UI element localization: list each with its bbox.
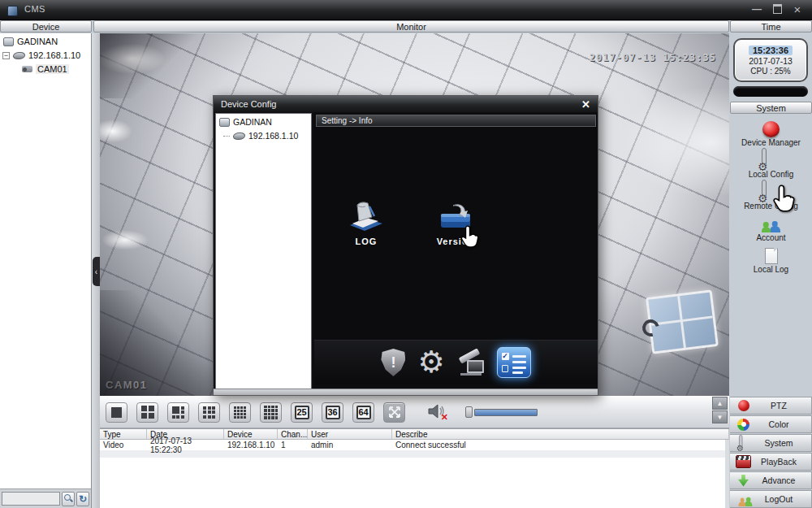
dialog-close-button[interactable]: ✕ xyxy=(581,99,590,110)
device-config-dialog: Device Config ✕ GADINAN 192.168.1.10 Set… xyxy=(213,95,598,396)
grid-1-icon xyxy=(111,407,122,418)
device-manager-icon xyxy=(762,121,780,137)
col-type: Type xyxy=(100,429,147,440)
dialog-tree-device[interactable]: 192.168.1.10 xyxy=(223,130,311,141)
tree-item-camera[interactable]: CAM01 xyxy=(0,63,91,75)
scroll-down-button[interactable]: ▼ xyxy=(712,410,728,423)
grid-9-icon xyxy=(203,406,215,419)
cell-channel: 1 xyxy=(278,440,308,450)
clock-value: 15:23:36 xyxy=(749,46,793,55)
toolbar-scrollers: ▲ ▼ xyxy=(712,397,728,423)
view-4-button[interactable] xyxy=(136,402,158,423)
view-64-button[interactable]: 64 xyxy=(352,402,374,423)
view-9-button[interactable] xyxy=(198,402,220,423)
ptz-dome-icon xyxy=(736,398,751,413)
tree-footer: ↻ xyxy=(0,488,91,508)
grid-13-icon xyxy=(234,406,246,419)
collapse-minus-icon[interactable]: − xyxy=(2,52,10,59)
volume-track[interactable] xyxy=(474,409,538,416)
cms-window: CMS — × Device Monitor Time GADINAN − 19… xyxy=(0,0,812,508)
col-device: Device xyxy=(224,429,278,440)
system-item-account[interactable]: Account xyxy=(756,212,785,242)
system-item-device-manager[interactable]: Device Manager xyxy=(741,117,801,147)
volume-thumb[interactable] xyxy=(465,406,473,418)
group-icon xyxy=(3,37,14,46)
system-item-local-config[interactable]: ⚙ Local Config xyxy=(749,149,794,179)
search-button[interactable] xyxy=(62,492,75,506)
grid-4-icon xyxy=(141,406,154,419)
time-display: 15:23:36 2017-07-13 CPU : 25% xyxy=(733,38,808,82)
tab-settings gear-icon[interactable]: ⚙ xyxy=(417,348,444,377)
tab-info info-list-icon[interactable]: ✓ xyxy=(497,347,531,378)
document-icon xyxy=(765,248,778,264)
status-pill xyxy=(733,86,808,97)
view-25-button[interactable]: 25 xyxy=(291,402,313,423)
tree-item-device[interactable]: − 192.168.1.10 xyxy=(0,50,91,61)
view-13-button[interactable] xyxy=(229,402,251,423)
col-describe: Describe xyxy=(392,429,729,440)
close-button[interactable]: × xyxy=(789,2,806,15)
tree-item-group[interactable]: GADINAN xyxy=(0,36,91,47)
maximize-button[interactable] xyxy=(769,2,785,15)
date-value: 2017-07-13 xyxy=(749,56,793,66)
action-playback[interactable]: PlayBack xyxy=(730,453,812,471)
log-shortcut[interactable]: LOG xyxy=(340,199,392,246)
dialog-titlebar[interactable]: Device Config ✕ xyxy=(214,96,598,112)
tree-connector xyxy=(223,136,230,137)
dialog-title: Device Config xyxy=(221,99,276,109)
action-ptz[interactable]: PTZ xyxy=(730,397,812,415)
grid-6-icon xyxy=(172,406,184,419)
table-row[interactable]: Video 2017-07-13 15:22:30 192.168.1.10 1… xyxy=(100,440,729,450)
system-item-local-log[interactable]: Local Log xyxy=(754,244,788,274)
view-36-button[interactable]: 36 xyxy=(322,402,343,423)
view-6-button[interactable] xyxy=(167,402,189,423)
cell-device: 192.168.1.10 xyxy=(224,440,278,450)
system-section-header: System xyxy=(730,102,812,114)
dialog-bottom-strip xyxy=(214,389,598,395)
mute-x-icon: ✕ xyxy=(441,412,448,423)
cell-type: Video xyxy=(100,440,147,450)
view-16-button[interactable] xyxy=(260,402,282,423)
tab-security shield-alert-icon[interactable]: ! xyxy=(381,349,405,376)
search-icon xyxy=(64,494,73,503)
col-channel: Chan... xyxy=(278,429,308,440)
dialog-tabbar: ! ⚙ ✓ xyxy=(314,340,598,384)
action-color[interactable]: Color xyxy=(730,415,812,433)
users-icon xyxy=(760,215,782,232)
view-25-label: 25 xyxy=(295,406,309,419)
fullscreen-icon xyxy=(388,406,401,419)
view-1-button[interactable] xyxy=(106,402,127,423)
collapse-panel-tab[interactable]: ‹ xyxy=(93,257,100,286)
window-titlebar[interactable]: CMS — × xyxy=(0,0,812,20)
volume-slider[interactable] xyxy=(465,406,538,418)
tree-device-label: 192.168.1.10 xyxy=(28,50,80,60)
table-scrollbar[interactable] xyxy=(725,440,729,508)
device-search-input[interactable] xyxy=(2,492,60,506)
monitor-gear-icon: ⚙ xyxy=(736,436,751,450)
refresh-button[interactable]: ↻ xyxy=(76,492,89,506)
device-panel-header: Device xyxy=(0,20,92,33)
group-icon xyxy=(219,118,230,127)
right-panel: 15:23:36 2017-07-13 CPU : 25% System Dev… xyxy=(730,33,812,508)
window-title: CMS xyxy=(24,4,45,14)
fullscreen-button[interactable] xyxy=(383,402,405,423)
monitor-panel-header: Monitor xyxy=(93,20,729,33)
minimize-button[interactable]: — xyxy=(749,2,765,15)
view-36-label: 36 xyxy=(326,406,340,419)
hand-cursor xyxy=(772,185,797,215)
event-log-table: Type Date Device Chan... User Describe V… xyxy=(100,428,729,508)
action-advance[interactable]: Advance xyxy=(730,471,812,489)
time-panel-header: Time xyxy=(730,20,812,33)
mute-button[interactable]: ✕ xyxy=(427,402,448,422)
system-menu: Device Manager ⚙ Local Config ⚙ Remote C… xyxy=(730,115,812,274)
tab-system system-tools-icon[interactable] xyxy=(457,350,485,376)
monitor-gear-icon: ⚙ xyxy=(760,150,782,169)
dialog-tree-group[interactable]: GADINAN xyxy=(216,116,311,128)
action-system[interactable]: ⚙ System xyxy=(730,434,812,452)
film-clapper-icon xyxy=(736,454,751,469)
app-icon xyxy=(7,6,18,16)
grid-16-icon xyxy=(264,406,278,419)
cell-describe: Connect successful xyxy=(392,440,729,450)
scroll-up-button[interactable]: ▲ xyxy=(712,397,728,410)
action-logout[interactable]: LogOut xyxy=(730,490,812,508)
